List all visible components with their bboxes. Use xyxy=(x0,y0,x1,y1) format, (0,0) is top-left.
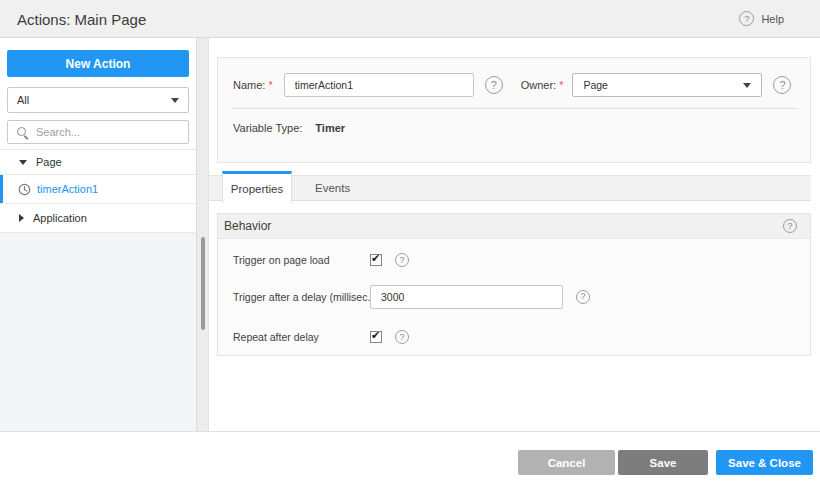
help-icon xyxy=(739,11,754,26)
tree-item-timeraction1[interactable]: timerAction1 xyxy=(0,175,196,204)
tree-group-application[interactable]: Application xyxy=(0,204,196,233)
save-and-close-button[interactable]: Save & Close xyxy=(716,450,813,475)
trigger-on-load-help-icon[interactable] xyxy=(395,253,409,267)
footer-buttons: Cancel Save Save & Close xyxy=(518,450,813,475)
filter-select[interactable]: All xyxy=(7,87,189,113)
trigger-on-load-label: Trigger on page load xyxy=(233,254,370,266)
variable-type-label: Variable Type: xyxy=(233,122,302,134)
trigger-delay-label: Trigger after a delay (millisec... xyxy=(233,291,370,303)
actions-dialog: Actions: Main Page Help New Action All P… xyxy=(0,0,820,489)
panel-divider xyxy=(231,108,797,109)
name-required-mark: * xyxy=(268,79,272,91)
repeat-after-delay-label: Repeat after delay xyxy=(233,331,370,343)
actions-tree: Page timerAction1 Application xyxy=(0,149,196,233)
timer-clock-icon xyxy=(18,183,31,196)
variable-type-value: Timer xyxy=(315,122,345,134)
collapse-arrow-icon xyxy=(19,160,27,165)
tab-properties[interactable]: Properties xyxy=(222,171,292,203)
behavior-panel: Behavior Trigger on page load Trigger af… xyxy=(217,213,811,356)
search-input[interactable] xyxy=(34,125,180,139)
chevron-down-icon xyxy=(171,98,179,103)
owner-select-value: Page xyxy=(583,79,608,91)
actions-sidebar: New Action All Page xyxy=(0,38,197,431)
scrollbar-thumb[interactable] xyxy=(201,237,205,330)
name-field[interactable] xyxy=(284,73,474,97)
behavior-row-repeat: Repeat after delay xyxy=(233,330,796,344)
behavior-row-trigger-on-load: Trigger on page load xyxy=(233,253,796,267)
tree-group-page[interactable]: Page xyxy=(0,150,196,175)
search-box xyxy=(7,120,189,144)
owner-help-icon[interactable] xyxy=(773,76,791,94)
name-label: Name: xyxy=(233,79,265,91)
help-label: Help xyxy=(761,13,784,25)
new-action-button[interactable]: New Action xyxy=(7,50,189,77)
repeat-after-delay-checkbox[interactable] xyxy=(370,331,382,343)
repeat-after-delay-help-icon[interactable] xyxy=(395,330,409,344)
name-owner-row: Name: * Owner: * Page xyxy=(233,73,796,97)
behavior-help-icon[interactable] xyxy=(783,219,797,233)
tree-group-label: Page xyxy=(36,156,62,168)
owner-label: Owner: xyxy=(521,79,556,91)
behavior-row-trigger-delay: Trigger after a delay (millisec... xyxy=(233,284,796,309)
tab-events[interactable]: Events xyxy=(307,175,358,201)
owner-select[interactable]: Page xyxy=(572,73,762,97)
chevron-down-icon xyxy=(743,83,751,88)
trigger-delay-help-icon[interactable] xyxy=(576,290,590,304)
cancel-button[interactable]: Cancel xyxy=(518,450,615,475)
save-button[interactable]: Save xyxy=(618,450,708,475)
behavior-title: Behavior xyxy=(224,219,271,233)
dialog-footer: Cancel Save Save & Close xyxy=(0,431,820,489)
expand-arrow-icon xyxy=(19,214,24,222)
action-detail-pane: Name: * Owner: * Page Variable Type: Tim… xyxy=(209,38,820,431)
search-icon xyxy=(16,126,28,138)
behavior-header: Behavior xyxy=(218,214,810,239)
sidebar-scrollbar[interactable] xyxy=(197,38,209,431)
name-help-icon[interactable] xyxy=(485,76,503,94)
help-button[interactable]: Help xyxy=(739,0,784,37)
trigger-on-load-checkbox[interactable] xyxy=(370,254,382,266)
page-title: Actions: Main Page xyxy=(17,10,146,27)
dialog-header: Actions: Main Page Help xyxy=(0,0,820,38)
variable-type-row: Variable Type: Timer xyxy=(233,121,345,135)
trigger-delay-input[interactable] xyxy=(370,285,563,309)
tab-strip xyxy=(209,175,811,201)
tree-group-label: Application xyxy=(33,212,87,224)
owner-required-mark: * xyxy=(559,79,563,91)
filter-select-value: All xyxy=(17,94,29,106)
sidebar-controls: New Action All xyxy=(0,38,196,149)
tree-item-label: timerAction1 xyxy=(37,183,98,195)
action-summary-panel: Name: * Owner: * Page Variable Type: Tim… xyxy=(217,57,811,163)
